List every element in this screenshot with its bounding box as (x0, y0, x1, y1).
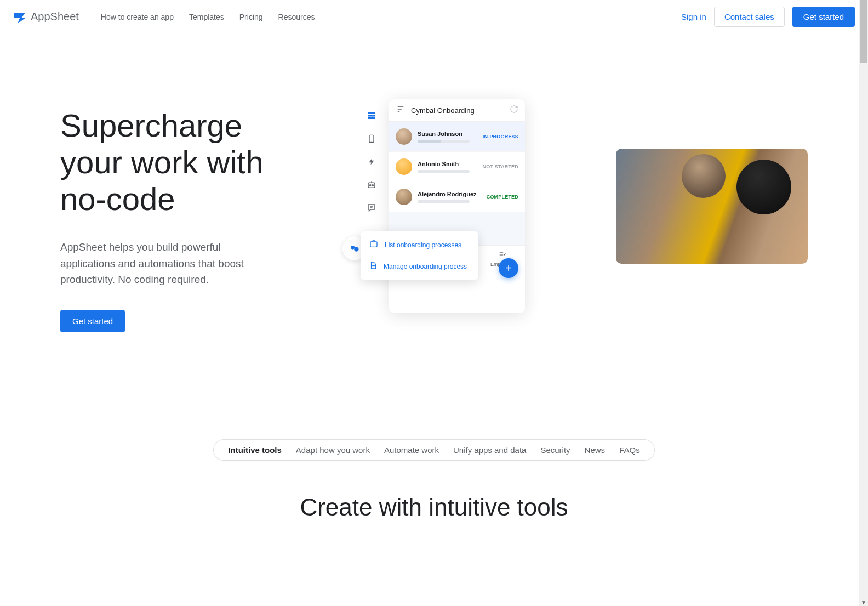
svg-rect-1 (368, 115, 375, 117)
data-icon[interactable] (366, 110, 377, 121)
action-popover: List onboarding processes Manage onboard… (361, 231, 478, 280)
pill-adapt[interactable]: Adapt how you work (296, 445, 370, 455)
mobile-icon[interactable] (366, 133, 377, 144)
hero-subtitle: AppSheet helps you build powerful applic… (60, 239, 269, 287)
hero-title: Supercharge your work with no-code (60, 107, 323, 217)
list-item[interactable]: Antonio Smith NOT STARTED (389, 152, 525, 182)
avatar (396, 128, 412, 145)
progress-bar (418, 140, 470, 143)
refresh-icon[interactable] (510, 105, 518, 116)
svg-point-7 (372, 185, 373, 186)
main-nav: How to create an app Templates Pricing R… (101, 13, 315, 21)
badge-id-icon (369, 240, 378, 250)
scrollbar[interactable]: ▲ ▼ (859, 0, 868, 565)
hero-illustration: Cymbal Onboarding Susan Johnson IN-PROGR… (345, 99, 808, 341)
get-started-button-header[interactable]: Get started (792, 7, 855, 27)
avatar (396, 158, 412, 175)
sort-icon[interactable] (396, 105, 406, 115)
nav-templates[interactable]: Templates (189, 13, 224, 21)
brand-name: AppSheet (31, 10, 79, 23)
progress-bar (418, 200, 470, 203)
pill-faqs[interactable]: FAQs (619, 445, 640, 455)
hero-title-line1: Supercharge (60, 107, 242, 143)
progress-bar (418, 170, 470, 173)
brand[interactable]: AppSheet (13, 10, 79, 24)
person-name: Antonio Smith (418, 161, 477, 167)
popover-label: List onboarding processes (385, 241, 461, 249)
app-preview-phone: Cymbal Onboarding Susan Johnson IN-PROGR… (389, 99, 525, 313)
popover-label: Manage onboarding process (384, 263, 467, 270)
chat-icon[interactable] (366, 202, 377, 213)
appsheet-logo-icon (13, 10, 26, 24)
list-item[interactable]: Alejandro Rodriguez COMPLETED (389, 182, 525, 212)
list-item[interactable]: Susan Johnson IN-PROGRESS (389, 122, 525, 152)
svg-point-6 (370, 185, 371, 186)
svg-point-11 (351, 246, 355, 250)
status-badge: IN-PROGRESS (483, 134, 518, 139)
nav-how-to[interactable]: How to create an app (101, 13, 174, 21)
hero-photo (616, 149, 808, 264)
get-started-button-hero[interactable]: Get started (60, 310, 125, 332)
pill-security[interactable]: Security (540, 445, 570, 455)
site-header: AppSheet How to create an app Templates … (0, 0, 868, 33)
scroll-thumb[interactable] (860, 0, 867, 63)
bolt-icon[interactable] (366, 156, 377, 167)
builder-sidebar (362, 110, 381, 213)
hero-section: Supercharge your work with no-code AppSh… (0, 33, 868, 373)
bot-icon[interactable] (366, 179, 377, 190)
pill-automate[interactable]: Automate work (384, 445, 439, 455)
hero-title-line2: your work with (60, 144, 264, 180)
avatar (396, 189, 412, 205)
contact-sales-button[interactable]: Contact sales (714, 7, 785, 27)
hero-title-line3: no-code (60, 181, 175, 217)
popover-item-list[interactable]: List onboarding processes (361, 234, 478, 256)
svg-rect-21 (370, 242, 377, 247)
svg-rect-0 (368, 112, 375, 114)
pill-intuitive-tools[interactable]: Intuitive tools (228, 445, 282, 455)
add-button[interactable]: + (499, 258, 518, 278)
svg-rect-5 (368, 183, 375, 188)
pill-unify[interactable]: Unify apps and data (453, 445, 526, 455)
person-name: Susan Johnson (418, 131, 477, 137)
sign-in-link[interactable]: Sign in (681, 12, 706, 21)
app-title: Cymbal Onboarding (411, 106, 504, 115)
nav-resources[interactable]: Resources (278, 13, 315, 21)
person-name: Alejandro Rodriguez (418, 191, 481, 197)
status-badge: NOT STARTED (482, 164, 518, 169)
popover-item-manage[interactable]: Manage onboarding process (361, 256, 478, 277)
pill-news[interactable]: News (585, 445, 606, 455)
document-icon (369, 261, 377, 271)
section-tabs: Intuitive tools Adapt how you work Autom… (213, 439, 654, 461)
header-actions: Sign in Contact sales Get started (681, 7, 855, 27)
svg-rect-2 (368, 117, 375, 119)
nav-pricing[interactable]: Pricing (239, 13, 263, 21)
section-heading: Create with intuitive tools (0, 494, 868, 521)
svg-point-12 (354, 247, 358, 252)
status-badge: COMPLETED (487, 194, 518, 200)
